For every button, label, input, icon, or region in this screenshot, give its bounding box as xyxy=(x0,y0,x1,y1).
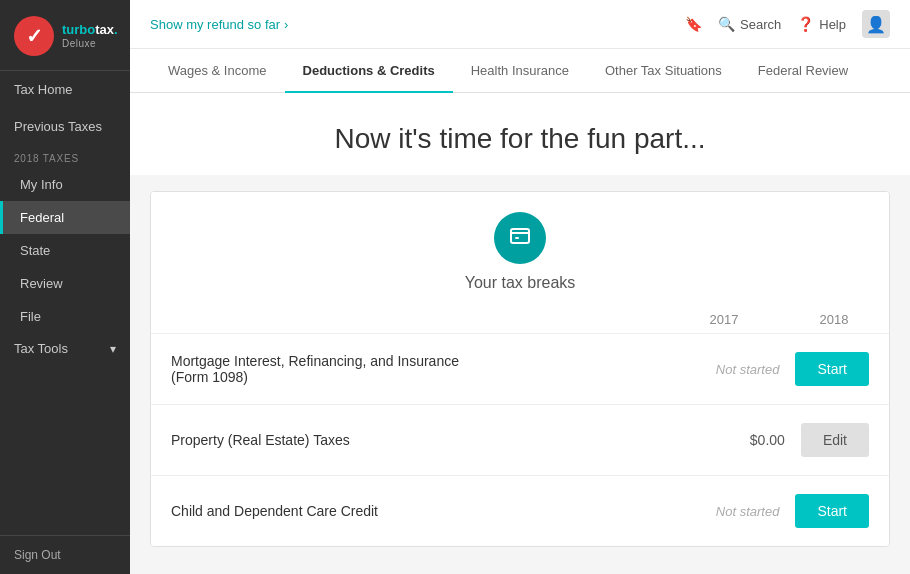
row-label-property-tax: Property (Real Estate) Taxes xyxy=(171,432,725,448)
svg-rect-2 xyxy=(515,237,519,239)
table-row: Mortgage Interest, Refinancing, and Insu… xyxy=(151,333,889,404)
help-icon: ❓ xyxy=(797,16,814,32)
sidebar: ✓ turbotax. Deluxe Tax Home Previous Tax… xyxy=(0,0,130,574)
page-title: Now it's time for the fun part... xyxy=(150,123,890,155)
user-icon: 👤 xyxy=(866,15,886,34)
sidebar-navigation: Tax Home Previous Taxes 2018 TAXES My In… xyxy=(0,71,130,535)
year-2018: 2018 xyxy=(799,312,869,327)
sidebar-item-file[interactable]: File xyxy=(0,300,130,333)
product-name: Deluxe xyxy=(62,38,118,49)
tab-deductions-credits[interactable]: Deductions & Credits xyxy=(285,49,453,92)
sidebar-item-tax-home[interactable]: Tax Home xyxy=(0,71,130,108)
bookmark-button[interactable]: 🔖 xyxy=(685,16,702,32)
help-button[interactable]: ❓ Help xyxy=(797,16,846,32)
row-value-property-tax: $0.00 xyxy=(725,432,785,448)
card-heading: Your tax breaks xyxy=(465,274,576,292)
chevron-down-icon: ▾ xyxy=(110,342,116,356)
content-area: Now it's time for the fun part... Your t… xyxy=(130,93,910,574)
tab-federal-review[interactable]: Federal Review xyxy=(740,49,866,92)
svg-rect-0 xyxy=(511,229,529,243)
row-label-mortgage: Mortgage Interest, Refinancing, and Insu… xyxy=(171,353,699,385)
topbar-actions: 🔖 🔍 Search ❓ Help 👤 xyxy=(685,10,890,38)
nav-tabs: Wages & Income Deductions & Credits Heal… xyxy=(130,49,910,93)
sidebar-item-my-info[interactable]: My Info xyxy=(0,168,130,201)
main-content: Show my refund so far › 🔖 🔍 Search ❓ Hel… xyxy=(130,0,910,574)
tab-other-tax-situations[interactable]: Other Tax Situations xyxy=(587,49,740,92)
refund-link[interactable]: Show my refund so far › xyxy=(150,17,288,32)
sidebar-item-review[interactable]: Review xyxy=(0,267,130,300)
card-header-icon-circle xyxy=(494,212,546,264)
start-button-child-care[interactable]: Start xyxy=(795,494,869,528)
sidebar-item-label: Tax Home xyxy=(14,82,73,97)
sidebar-item-state[interactable]: State xyxy=(0,234,130,267)
sidebar-item-label: My Info xyxy=(20,177,63,192)
year-columns: 2017 2018 xyxy=(151,312,889,333)
row-label-child-care: Child and Dependent Care Credit xyxy=(171,503,699,519)
logo-icon: ✓ xyxy=(14,16,54,56)
sidebar-item-label: File xyxy=(20,309,41,324)
tab-health-insurance[interactable]: Health Insurance xyxy=(453,49,587,92)
sidebar-section-2018taxes: 2018 TAXES xyxy=(0,145,130,168)
avatar[interactable]: 👤 xyxy=(862,10,890,38)
sidebar-item-federal[interactable]: Federal xyxy=(0,201,130,234)
sidebar-item-label: State xyxy=(20,243,50,258)
logo-area: ✓ turbotax. Deluxe xyxy=(0,0,130,71)
tax-breaks-icon xyxy=(508,224,532,253)
sidebar-item-label: Review xyxy=(20,276,63,291)
bookmark-icon: 🔖 xyxy=(685,16,702,32)
tax-tools-label: Tax Tools xyxy=(14,341,68,356)
row-status-child-care: Not started xyxy=(699,504,779,519)
table-row: Property (Real Estate) Taxes $0.00 Edit xyxy=(151,404,889,475)
topbar: Show my refund so far › 🔖 🔍 Search ❓ Hel… xyxy=(130,0,910,49)
edit-button-property-tax[interactable]: Edit xyxy=(801,423,869,457)
sidebar-item-label: Federal xyxy=(20,210,64,225)
start-button-mortgage[interactable]: Start xyxy=(795,352,869,386)
tab-wages-income[interactable]: Wages & Income xyxy=(150,49,285,92)
search-icon: 🔍 xyxy=(718,16,735,32)
card-header: Your tax breaks xyxy=(151,192,889,312)
tax-breaks-card: Your tax breaks 2017 2018 Mortgage Inter… xyxy=(150,191,890,547)
sidebar-item-label: Previous Taxes xyxy=(14,119,102,134)
search-button[interactable]: 🔍 Search xyxy=(718,16,781,32)
sidebar-item-tax-tools[interactable]: Tax Tools ▾ xyxy=(0,333,130,364)
row-status-mortgage: Not started xyxy=(699,362,779,377)
sign-out-button[interactable]: Sign Out xyxy=(0,535,130,574)
brand-name: turbotax. xyxy=(62,23,118,37)
sidebar-item-previous-taxes[interactable]: Previous Taxes xyxy=(0,108,130,145)
table-row: Child and Dependent Care Credit Not star… xyxy=(151,475,889,546)
page-header: Now it's time for the fun part... xyxy=(130,93,910,175)
year-2017: 2017 xyxy=(689,312,759,327)
